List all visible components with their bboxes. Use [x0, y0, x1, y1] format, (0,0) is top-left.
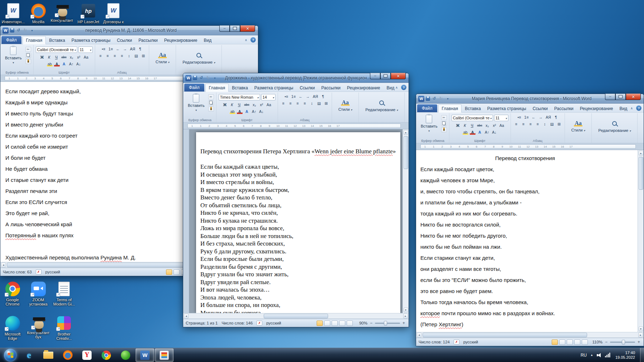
highlight-color-button[interactable]: ab — [47, 61, 53, 67]
paragraph-button[interactable]: •≡ — [516, 114, 522, 120]
document-line[interactable]: В ярком танце кружился быстром, — [200, 187, 396, 194]
paragraph-button[interactable]: ≡ — [535, 121, 541, 127]
copy-button[interactable] — [208, 100, 214, 105]
paragraph-button[interactable]: → — [122, 46, 128, 52]
proofing-icon[interactable] — [454, 339, 459, 344]
paragraph-button[interactable]: ≡ — [294, 100, 301, 106]
ribbon-tab[interactable]: Файл — [184, 84, 204, 91]
editing-button[interactable]: Редактирование — [594, 114, 635, 138]
italic-button[interactable]: К — [46, 54, 52, 60]
ribbon-tab[interactable]: Главная — [438, 104, 462, 113]
proofing-icon[interactable] — [36, 269, 42, 274]
font-color-button[interactable]: А — [236, 108, 243, 114]
zoom-slider[interactable] — [375, 323, 400, 324]
ribbon-tab[interactable]: Вставка — [46, 36, 68, 44]
document-line[interactable]: И освещал этот мир улыбкой, — [200, 171, 396, 179]
desktop-icon-inventory[interactable]: Инвентарн... — [1, 3, 26, 24]
desktop-icon-zoom[interactable]: ZOOM установка — [26, 281, 51, 306]
document-line[interactable]: И вместо стрельбы и войны, — [200, 179, 396, 187]
qat-menu-button[interactable] — [29, 28, 35, 33]
document-line[interactable]: они разделят с нами все тяготы, — [420, 266, 630, 277]
scroll-thumb[interactable] — [639, 157, 643, 190]
paragraph-button[interactable]: ▤ — [316, 100, 322, 106]
document-line[interactable]: никто бы не был пойман на лжи. — [420, 244, 630, 255]
underline-button[interactable]: Ч — [236, 101, 242, 108]
qat-menu-button[interactable] — [212, 75, 218, 80]
horizontal-ruler[interactable]: 11234567891011121314151617 — [416, 143, 644, 150]
word-window-2[interactable]: Дорожкина - художественный перевод [Режи… — [183, 73, 409, 327]
font-name-select[interactable]: Calibri (Основной те — [36, 46, 77, 53]
font-color-button[interactable]: А — [54, 61, 60, 67]
titlebar[interactable]: Мария Ревнивцева Перевод стихотворения -… — [416, 94, 644, 104]
underline-button[interactable]: Ч — [53, 54, 59, 60]
fullscreen-reading-view-button[interactable] — [324, 321, 330, 326]
paragraph-button[interactable]: ≡ — [112, 53, 118, 59]
cut-button[interactable] — [441, 115, 447, 120]
scroll-down-icon[interactable] — [639, 327, 643, 331]
paste-button[interactable]: Вставить — [186, 93, 206, 113]
clock[interactable]: 17:40 19.05.2022 — [615, 351, 635, 360]
paragraph-button[interactable]: •≡ — [283, 93, 289, 99]
document-line[interactable]: каждый человек в этом Мире, — [420, 177, 630, 188]
paragraph-button[interactable]: 1≡ — [523, 114, 530, 120]
grow-font-button[interactable]: A↑ — [484, 129, 490, 135]
document-line[interactable]: (Петер Хертлинг) — [420, 321, 630, 332]
minimize-button[interactable] — [605, 94, 615, 100]
paragraph-button[interactable]: → — [304, 93, 311, 99]
strikethrough-button[interactable]: abc — [476, 122, 483, 128]
document-area[interactable]: Перевод стихотворенияЕсли каждый посадит… — [416, 150, 644, 332]
paragraph-button[interactable]: 1≡ — [290, 93, 297, 99]
strikethrough-button[interactable]: abc — [60, 54, 68, 60]
document-line[interactable]: Руку б дали другому, схватились. — [200, 248, 396, 256]
language-indicator[interactable]: русский — [266, 321, 281, 325]
paragraph-button[interactable]: АЯ — [129, 46, 136, 52]
minimize-button[interactable] — [370, 73, 380, 79]
tray-expand-icon[interactable] — [590, 353, 593, 357]
bold-button[interactable]: Ж — [39, 54, 45, 60]
document-line[interactable]: Если бы взрослые были детьми, — [200, 256, 396, 263]
document-line[interactable]: Никто б кулака не страшился. — [200, 217, 396, 225]
redo-button[interactable] — [23, 28, 28, 33]
italic-button[interactable]: К — [229, 101, 235, 108]
ribbon-tab[interactable]: Ссылки — [530, 105, 551, 112]
text-effects-button[interactable]: A — [244, 108, 250, 114]
hscroll-thumb[interactable] — [423, 333, 587, 337]
print-layout-view-button[interactable] — [166, 269, 172, 275]
font-size-select[interactable]: 14 — [261, 94, 275, 100]
document-line[interactable]: Только тогда началось бы время человека, — [420, 299, 630, 310]
paragraph-button[interactable]: •≡ — [100, 46, 107, 52]
close-button[interactable] — [391, 73, 406, 79]
change-case-button[interactable]: Аа — [498, 122, 505, 128]
paragraph-button[interactable]: ← — [114, 46, 121, 52]
zoom-level[interactable]: 90% — [356, 321, 367, 325]
font-color-button[interactable]: А — [469, 129, 476, 135]
cut-button[interactable] — [25, 47, 31, 52]
scroll-left-icon[interactable] — [1, 263, 6, 267]
document-line[interactable]: Минули судьбу ковчега. — [200, 309, 396, 313]
document-line[interactable]: это все равно не будет раем. — [420, 288, 630, 299]
paragraph-button[interactable]: ↕ — [126, 53, 132, 59]
start-button[interactable] — [4, 349, 17, 362]
desktop-icon-terms[interactable]: Terms of Modern Gi... — [52, 281, 77, 306]
web-layout-view-button[interactable] — [332, 321, 338, 326]
paragraph-button[interactable]: ¶ — [553, 114, 559, 120]
document-line[interactable]: Никто бы не мог победить другого, — [420, 233, 630, 244]
vertical-ruler[interactable] — [183, 129, 189, 313]
paragraph-button[interactable]: ▤ — [549, 121, 555, 127]
volume-icon[interactable] — [597, 353, 601, 357]
text-effects-button[interactable]: A — [61, 61, 67, 67]
language-bar[interactable]: RU — [581, 353, 587, 358]
paragraph-button[interactable]: ¶ — [320, 93, 326, 99]
scroll-up-icon[interactable] — [639, 151, 643, 155]
taskbar-viewer-button[interactable] — [155, 348, 174, 362]
ribbon-tab[interactable]: Вид — [200, 36, 215, 44]
ribbon-tab[interactable]: Вид — [616, 105, 630, 112]
desktop-icon-microsoft-edge[interactable]: Microsoft Edge — [0, 315, 25, 341]
shrink-font-button[interactable]: A↓ — [75, 61, 82, 67]
word-count[interactable]: Число слов: 63 — [3, 270, 32, 274]
save-button[interactable] — [10, 28, 14, 33]
paragraph-button[interactable]: ≡ — [104, 53, 111, 59]
font-size-select[interactable]: 11 — [494, 115, 508, 121]
hscroll-thumb[interactable] — [7, 263, 200, 267]
ribbon-tab[interactable]: Рецензирование — [161, 36, 201, 44]
